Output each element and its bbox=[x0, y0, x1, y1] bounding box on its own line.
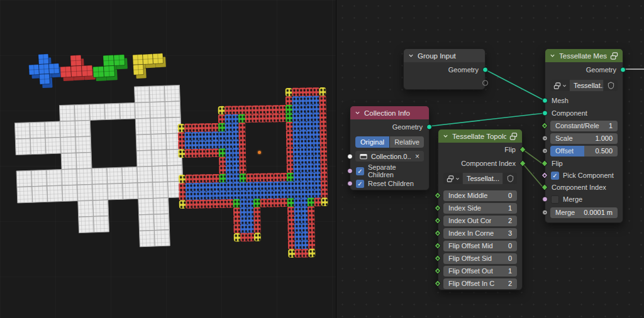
index-out-corner-field[interactable]: Index Out Cor2 bbox=[443, 216, 517, 226]
node-collection-info[interactable]: Collection Info Geometry Original Relati… bbox=[350, 106, 430, 190]
blender-window: Group Input Geometry Collection Info Geo… bbox=[0, 0, 644, 318]
shield-icon bbox=[507, 175, 514, 182]
offset-slider-field[interactable]: Offset0.500 bbox=[550, 146, 618, 156]
separate-children-socket[interactable] bbox=[347, 168, 353, 174]
field-row: Flip Offset In C2 bbox=[438, 277, 522, 290]
collection-name: Collection.0... bbox=[371, 153, 411, 160]
field-row: Flip Offset Mid0 bbox=[438, 239, 522, 252]
node-title: Group Input bbox=[418, 52, 480, 60]
node-tessellate-mesh[interactable]: Tessellate Mesh Geometry Tessellat... Me… bbox=[545, 48, 623, 223]
geometry-output-label: Geometry bbox=[392, 123, 423, 131]
pick-component-checkbox[interactable]: ✓ bbox=[551, 172, 559, 180]
chevron-down-icon bbox=[455, 177, 460, 181]
collection-input-socket[interactable] bbox=[347, 153, 353, 159]
mesh-input-label: Mesh bbox=[552, 97, 569, 104]
viewport-3d[interactable] bbox=[0, 0, 336, 318]
field-row: Index In Corne3 bbox=[438, 227, 522, 239]
node-title: Collection Info bbox=[364, 109, 425, 117]
field-row: Index Middle0 bbox=[438, 189, 522, 202]
collection-icon bbox=[360, 153, 367, 160]
field-row: Index Side1 bbox=[438, 202, 522, 214]
geometry-output-socket[interactable] bbox=[482, 67, 488, 73]
fake-user-shield-button[interactable] bbox=[503, 173, 517, 184]
relative-button[interactable]: Relative bbox=[390, 136, 424, 148]
field-row: Constant/Rele1 bbox=[545, 119, 623, 132]
flip-offset-out-corner-field[interactable]: Flip Offset Out1 bbox=[443, 266, 517, 277]
node-group-icon bbox=[509, 133, 518, 140]
field-row: Merge0.0001 m bbox=[545, 206, 623, 219]
reset-children-checkbox[interactable]: ✓ bbox=[356, 180, 364, 188]
field-row: Flip Offset Out1 bbox=[438, 265, 522, 277]
original-button[interactable]: Original bbox=[355, 136, 389, 148]
tessellate-mesh-header[interactable]: Tessellate Mesh bbox=[545, 49, 623, 62]
separate-children-checkbox[interactable]: ✓ bbox=[356, 167, 364, 175]
virtual-socket[interactable] bbox=[482, 80, 488, 86]
reset-children-label: Reset Children bbox=[368, 180, 414, 187]
flip-input-label: Flip bbox=[552, 160, 563, 167]
flip-offset-middle-field[interactable]: Flip Offset Mid0 bbox=[443, 241, 517, 251]
scale-field[interactable]: Scale1.000 bbox=[550, 133, 618, 144]
node-group-name[interactable]: Tessellat... bbox=[570, 80, 603, 91]
node-title: Tessellate Mesh bbox=[559, 52, 607, 60]
separate-children-label: Separate Children bbox=[368, 163, 423, 178]
mesh-input-socket[interactable] bbox=[542, 98, 548, 104]
field-row: Offset0.500 bbox=[545, 145, 623, 157]
node-group-input[interactable]: Group Input Geometry bbox=[403, 48, 486, 90]
merge-distance-socket[interactable] bbox=[542, 210, 548, 216]
geometry-output-label: Geometry bbox=[448, 66, 479, 74]
reset-children-socket[interactable] bbox=[347, 181, 353, 187]
chevron-down-icon bbox=[562, 84, 567, 88]
viewport-scene bbox=[0, 0, 336, 318]
node-group-browse-button[interactable] bbox=[443, 173, 462, 184]
merge-toggle-socket[interactable] bbox=[542, 197, 548, 202]
component-index-output-label: Component Index bbox=[461, 160, 516, 167]
geometry-output-label: Geometry bbox=[586, 66, 616, 74]
group-input-header[interactable]: Group Input bbox=[404, 49, 485, 62]
geometry-output-socket[interactable] bbox=[426, 124, 432, 130]
chevron-down-icon[interactable] bbox=[355, 110, 361, 116]
index-in-corner-field[interactable]: Index In Corne3 bbox=[443, 228, 517, 239]
node-group-browse-button[interactable] bbox=[550, 80, 569, 91]
node-group-name[interactable]: Tessellat... bbox=[463, 173, 502, 184]
flip-offset-side-field[interactable]: Flip Offset Sid0 bbox=[443, 253, 517, 264]
datablock-icon bbox=[447, 175, 454, 182]
object-origin-dot bbox=[258, 151, 261, 154]
index-side-field[interactable]: Index Side1 bbox=[443, 203, 517, 214]
collection-selector[interactable]: Collection.0... × bbox=[355, 151, 424, 162]
field-row: Index Out Cor2 bbox=[438, 214, 522, 227]
merge-checkbox[interactable] bbox=[551, 195, 559, 204]
chevron-down-icon[interactable] bbox=[408, 53, 414, 59]
clear-collection-icon[interactable]: × bbox=[415, 152, 419, 161]
component-input-socket[interactable] bbox=[542, 111, 548, 116]
field-row: Flip Offset Sid0 bbox=[438, 252, 522, 265]
collection-info-header[interactable]: Collection Info bbox=[350, 106, 429, 119]
shield-icon bbox=[608, 82, 614, 89]
scale-socket[interactable] bbox=[542, 136, 548, 141]
component-index-input-label: Component Index bbox=[552, 184, 606, 191]
constant-relative-field[interactable]: Constant/Rele1 bbox=[550, 121, 618, 131]
transform-mode-toggle: Original Relative bbox=[355, 136, 424, 148]
offset-socket[interactable] bbox=[542, 148, 548, 154]
tessellate-topology-header[interactable]: Tessellate Topolo bbox=[438, 129, 522, 143]
chevron-down-icon[interactable] bbox=[443, 133, 449, 140]
component-input-label: Component bbox=[552, 109, 587, 117]
chevron-down-icon[interactable] bbox=[550, 53, 556, 59]
node-tessellate-topology[interactable]: Tessellate Topolo Flip Component Index T… bbox=[438, 129, 523, 290]
merge-distance-field[interactable]: Merge0.0001 m bbox=[550, 207, 618, 218]
node-title: Tessellate Topolo bbox=[452, 133, 506, 140]
tetromino-components bbox=[28, 53, 167, 89]
tessellated-mesh-colored bbox=[177, 87, 329, 260]
datablock-icon bbox=[553, 82, 561, 89]
base-mesh-white bbox=[14, 85, 186, 251]
merge-label: Merge bbox=[563, 195, 582, 203]
field-row: Scale1.000 bbox=[545, 132, 623, 145]
node-group-icon bbox=[610, 52, 618, 60]
index-middle-field[interactable]: Index Middle0 bbox=[443, 190, 517, 201]
geometry-output-socket[interactable] bbox=[620, 67, 626, 73]
fake-user-shield-button[interactable] bbox=[604, 80, 618, 91]
flip-output-label: Flip bbox=[504, 146, 516, 153]
flip-offset-in-corner-field[interactable]: Flip Offset In C2 bbox=[443, 278, 517, 289]
pick-component-label: Pick Component bbox=[563, 172, 614, 179]
